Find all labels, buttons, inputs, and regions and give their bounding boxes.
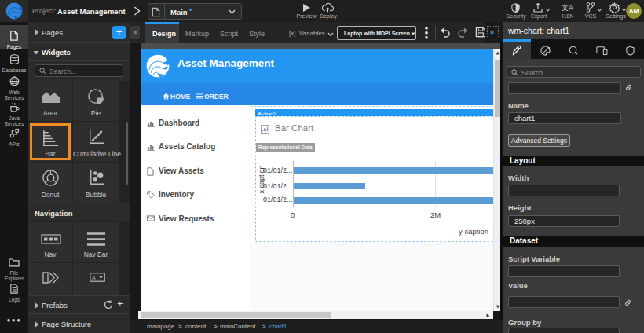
svg-text:A: A (92, 275, 96, 280)
